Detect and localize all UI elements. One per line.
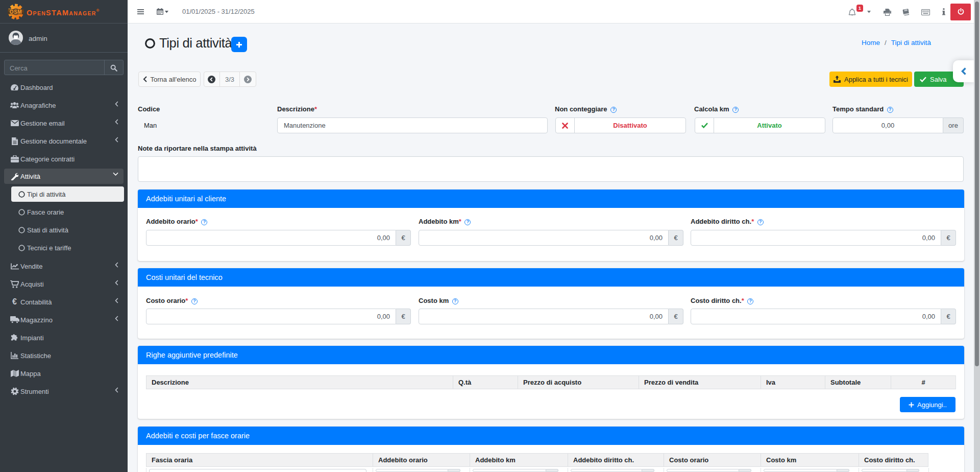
svg-text:OSM: OSM: [10, 9, 22, 15]
